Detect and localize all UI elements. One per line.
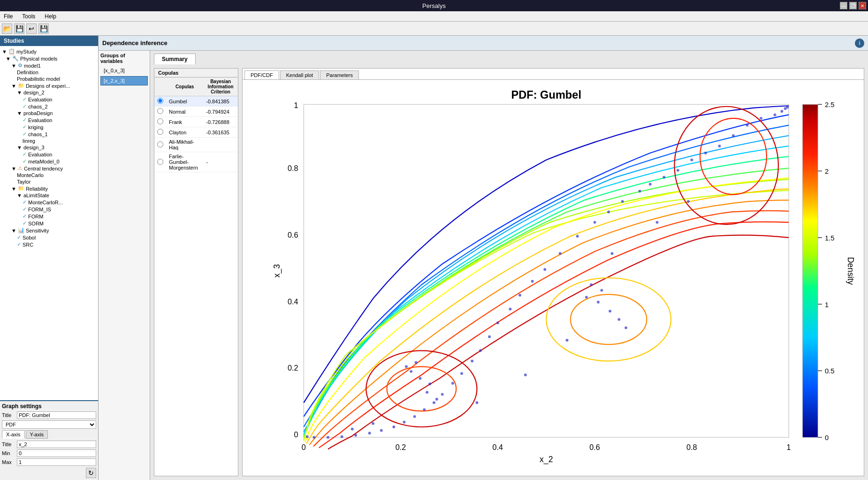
title-input[interactable] (17, 411, 96, 419)
tree-item-kriging[interactable]: ✓ kriging (0, 124, 98, 131)
axis-tabs: X-axis Y-axis (2, 430, 96, 439)
tree-item-design2[interactable]: ▼ design_2 (0, 89, 98, 96)
y-tick: 0.6 (288, 231, 298, 239)
svg-point-7 (718, 145, 721, 147)
table-row[interactable]: Ali-Mikhail-Haq (154, 138, 238, 152)
tree-item-metamodel[interactable]: ✓ metaModel_0 (0, 158, 98, 165)
tree-item-physical-models[interactable]: ▼ 🔧 Physical models (0, 55, 98, 62)
tree-item-reliability[interactable]: ▼ 📁 Reliability (0, 185, 98, 192)
summary-tab-bar: Summary (150, 51, 868, 64)
tree-item-src[interactable]: ✓ SRC (0, 241, 98, 248)
radio-normal[interactable] (154, 107, 166, 117)
tree-item-definition[interactable]: Definition (0, 69, 98, 76)
tree-item-mystudy[interactable]: ▼ 📋 myStudy (0, 48, 98, 55)
tree-item-probadesign[interactable]: ▼ probaDesign (0, 110, 98, 116)
refresh-button[interactable]: ↻ (86, 468, 96, 478)
radio-frank[interactable] (154, 117, 166, 127)
radio-gumbel[interactable] (154, 96, 166, 107)
check-icon: ✓ (17, 234, 21, 240)
table-row[interactable]: Frank -0.726888 (154, 117, 238, 127)
new-button[interactable]: 📂 (2, 23, 12, 34)
type-row: PDF CDF (2, 420, 96, 429)
plot-tabs: PDF/CDF Kendall plot Parameters (243, 69, 864, 80)
type-select[interactable]: PDF CDF (2, 420, 96, 429)
radio-farlie[interactable] (154, 152, 166, 172)
colorbar-label: 0.5 (825, 367, 835, 375)
tab-kendall[interactable]: Kendall plot (280, 70, 320, 79)
tree-label: MonteCarloR... (28, 200, 63, 205)
undo-button[interactable]: ↩ (26, 23, 37, 34)
tab-parameters[interactable]: Parameters (320, 70, 359, 79)
save2-button[interactable]: 💾 (38, 23, 49, 34)
x-min-input[interactable] (17, 449, 96, 457)
svg-point-10 (677, 169, 679, 172)
tree-item-form[interactable]: ✓ FORM (0, 213, 98, 220)
close-button[interactable]: ✕ (859, 2, 866, 9)
table-row[interactable]: Farlie-Gumbel-Morgenstern - (154, 152, 238, 172)
tree-item-eval1[interactable]: ✓ Evaluation (0, 96, 98, 103)
tree-item-model1[interactable]: ▼ ⚙ model1 (0, 62, 98, 69)
folder-icon: 📁 (18, 186, 24, 192)
menu-help[interactable]: Help (43, 12, 58, 21)
left-panel: Studies ▼ 📋 myStudy ▼ 🔧 Physical models … (0, 36, 99, 480)
tree-item-sobol[interactable]: ✓ Sobol (0, 234, 98, 241)
svg-point-59 (656, 221, 659, 224)
svg-point-45 (617, 318, 620, 321)
tab-pdfcdf[interactable]: PDF/CDF (244, 70, 279, 79)
check-icon: ✓ (23, 124, 27, 130)
info-button[interactable]: i (855, 39, 864, 48)
tree-item-montecarlo[interactable]: MonteCarlo (0, 172, 98, 178)
minimize-button[interactable]: — (840, 2, 847, 9)
copula-bic: -0.361635 (203, 127, 238, 138)
tree-item-central-tendency[interactable]: ▼ ⚠ Central tendency (0, 165, 98, 172)
tree-item-montecarlor[interactable]: ✓ MonteCarloR... (0, 199, 98, 206)
tree-item-linreg[interactable]: linreg (0, 138, 98, 144)
svg-point-21 (518, 294, 521, 296)
menu-file[interactable]: File (2, 12, 15, 21)
svg-point-6 (786, 106, 789, 108)
summary-tab[interactable]: Summary (154, 54, 196, 64)
save-button[interactable]: 💾 (14, 23, 24, 34)
tree-item-probabilistic-model[interactable]: Probabilistic model (0, 76, 98, 82)
x-tick: 0 (302, 443, 306, 451)
expand-icon: ▼ (11, 166, 16, 171)
tree-item-eval3[interactable]: ✓ Evaluation (0, 151, 98, 158)
tree-item-sorm[interactable]: ✓ SORM (0, 220, 98, 227)
x-max-input[interactable] (17, 458, 96, 466)
expand-icon: ▼ (11, 228, 16, 233)
x-title-input[interactable] (17, 441, 96, 448)
tree-item-alimitstate[interactable]: ▼ aLimitState (0, 192, 98, 199)
radio-clayton[interactable] (154, 127, 166, 138)
tree-label: FORM (28, 214, 43, 219)
tree-item-eval2[interactable]: ✓ Evaluation (0, 116, 98, 124)
table-row[interactable]: Clayton -0.361635 (154, 127, 238, 138)
menu-tools[interactable]: Tools (20, 12, 37, 21)
tree-label: probaDesign (23, 110, 53, 116)
tree-label: SORM (28, 221, 44, 226)
table-row[interactable]: Gumbel -0.841385 (154, 96, 238, 107)
group-item-0[interactable]: [x_0,x_3] (100, 66, 148, 75)
tree-item-taylor[interactable]: Taylor (0, 178, 98, 185)
group-item-1[interactable]: [x_2,x_3] (100, 76, 148, 85)
svg-point-32 (413, 415, 416, 418)
x-axis-tab[interactable]: X-axis (2, 430, 25, 439)
model-icon: ⚙ (18, 62, 23, 69)
y-tick: 0 (294, 430, 298, 439)
check-icon: ✓ (23, 131, 27, 137)
y-tick: 1 (294, 101, 298, 109)
radio-ali[interactable] (154, 138, 166, 152)
restore-button[interactable]: ❐ (849, 2, 857, 9)
tree-item-chaos1[interactable]: ✓ chaos_1 (0, 131, 98, 138)
tree-item-chaos2[interactable]: ✓ chaos_2 (0, 103, 98, 110)
tree-item-form-is[interactable]: ✓ FORM_IS (0, 206, 98, 213)
svg-point-20 (531, 280, 534, 283)
tree-item-design3[interactable]: ▼ design_3 (0, 144, 98, 151)
tree-label: chaos_1 (28, 132, 48, 137)
svg-point-39 (327, 436, 329, 439)
tree-item-sensitivity[interactable]: ▼ 📊 Sensitivity (0, 227, 98, 234)
tree-item-designs[interactable]: ▼ 📁 Designs of experi... (0, 82, 98, 89)
tree-label: Taylor (17, 179, 30, 185)
table-row[interactable]: Normal -0.794924 (154, 107, 238, 117)
svg-point-44 (609, 310, 611, 312)
y-axis-tab[interactable]: Y-axis (26, 430, 48, 439)
